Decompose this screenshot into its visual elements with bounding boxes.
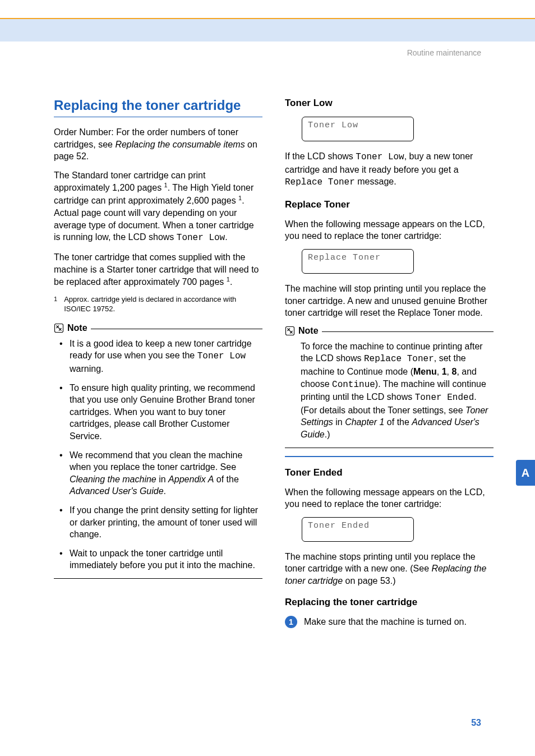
paragraph-toner-low: If the LCD shows Toner Low, buy a new to… [285, 150, 494, 189]
text: in [156, 474, 168, 484]
paragraph-starter: The toner cartridge that comes supplied … [54, 251, 262, 288]
note-list: It is a good idea to keep a new toner ca… [54, 338, 262, 571]
menu-key: Menu [413, 367, 437, 376]
link-cleaning[interactable]: Cleaning the machine [70, 474, 156, 484]
lcd-text-inline: Replace Toner [364, 354, 434, 364]
lcd-text-inline: Toner Low [177, 233, 225, 243]
page-content: Replacing the toner cartridge Order Numb… [0, 42, 535, 628]
page-number: 53 [471, 718, 481, 728]
text: If the LCD shows [285, 151, 356, 161]
lcd-replace-toner: Replace Toner [302, 249, 414, 274]
lcd-toner-low: Toner Low [302, 117, 414, 141]
right-column: Toner Low Toner Low If the LCD shows Ton… [285, 98, 494, 628]
paragraph-replace-intro: When the following message appears on th… [285, 218, 494, 242]
note-item: We recommend that you clean the machine … [63, 449, 262, 497]
link-consumable-items[interactable]: Replacing the consumable items [115, 140, 245, 149]
step-1: 1 Make sure that the machine is turned o… [285, 616, 494, 628]
paragraph-order-number: Order Number: For the order numbers of t… [54, 126, 262, 163]
lcd-text-inline: Toner Ended [415, 393, 474, 403]
link-appendix[interactable]: Appendix A [168, 474, 214, 484]
link-advanced-guide[interactable]: Advanced User's Guide [70, 486, 164, 496]
lcd-text-inline: Replace Toner [285, 177, 355, 187]
left-column: Replacing the toner cartridge Order Numb… [54, 98, 262, 628]
lcd-text-inline: Continue [332, 380, 375, 390]
text: We recommend that you clean the machine … [70, 450, 242, 472]
heading-replacing-cartridge: Replacing the toner cartridge [285, 597, 494, 608]
paragraph-stop-printing: The machine will stop printing until you… [285, 283, 494, 319]
note-end-line [285, 448, 494, 448]
footnote-number: 1 [54, 295, 57, 314]
note-label: Note [298, 326, 319, 336]
paragraph-yield: The Standard toner cartridge can print a… [54, 169, 262, 245]
step-number-badge: 1 [285, 616, 297, 628]
heading-replace-toner: Replace Toner [285, 199, 494, 210]
note-header: Note [285, 326, 494, 336]
note-item: To ensure high quality printing, we reco… [63, 382, 262, 442]
note-end-line [54, 578, 262, 579]
text: of the [214, 474, 238, 484]
main-heading: Replacing the toner cartridge [54, 98, 262, 113]
lcd-text-inline: Toner Low [356, 152, 404, 162]
text: on page 53.) [343, 576, 395, 586]
note-icon [285, 326, 295, 336]
footnote: 1 Approx. cartridge yield is declared in… [54, 295, 262, 314]
section-divider [285, 456, 494, 457]
note-header: Note [54, 323, 262, 333]
link-chapter1[interactable]: Chapter 1 [345, 417, 384, 427]
paragraph-ended-body: The machine stops printing until you rep… [285, 551, 494, 587]
text: . [164, 486, 166, 496]
text: in [333, 417, 345, 427]
heading-toner-ended: Toner Ended [285, 467, 494, 478]
text: message. [355, 177, 396, 186]
note-body-continue: To force the machine to continue printin… [285, 340, 494, 441]
note-icon [54, 323, 64, 333]
key-1: 1 [442, 367, 447, 376]
header-bar [0, 18, 535, 42]
text: warning. [70, 364, 103, 374]
text: .) [325, 430, 330, 439]
step-text: Make sure that the machine is turned on. [304, 616, 467, 628]
note-line [91, 329, 262, 329]
note-line [322, 331, 494, 332]
text: . [225, 232, 227, 242]
lcd-text-inline: Toner Low [197, 351, 246, 361]
heading-underline [54, 117, 262, 117]
text: , [437, 367, 442, 376]
note-item: If you change the print density setting … [63, 504, 262, 541]
text: . [230, 278, 232, 287]
text: of the [384, 417, 412, 427]
heading-toner-low: Toner Low [285, 98, 494, 109]
note-label: Note [67, 323, 87, 333]
header-section-label: Routine maintenance [407, 48, 481, 57]
footnote-text: Approx. cartridge yield is declared in a… [64, 295, 262, 314]
note-item: It is a good idea to keep a new toner ca… [63, 338, 262, 375]
note-item: Wait to unpack the toner cartridge until… [63, 547, 262, 571]
appendix-tab[interactable]: A [516, 460, 535, 486]
lcd-toner-ended: Toner Ended [302, 517, 414, 542]
paragraph-ended-intro: When the following message appears on th… [285, 486, 494, 510]
